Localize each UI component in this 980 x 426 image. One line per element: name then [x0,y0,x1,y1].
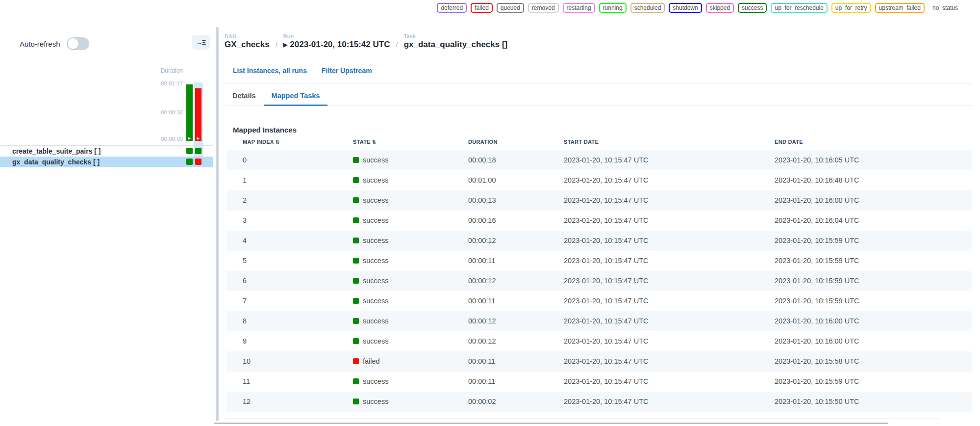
task-instance-cell-success[interactable] [186,159,193,165]
mapped-instance-row[interactable]: 10failed00:00:112023-01-20, 10:15:47 UTC… [226,351,972,372]
status-legend-bar: deferredfailedqueuedremovedrestartingrun… [0,0,980,16]
run-bar-failed[interactable]: ▶ [195,88,201,141]
cell-start-date: 2023-01-20, 10:15:47 UTC [564,211,649,231]
cell-state: success [353,392,388,412]
task-label: gx_data_quality_checks [ ] [12,157,100,167]
run-link[interactable]: ▶2023-01-20, 10:15:42 UTC [283,40,390,50]
mapped-instance-row[interactable]: 9success00:00:122023-01-20, 10:15:47 UTC… [226,331,972,351]
state-square-success [353,217,359,223]
action-links: List Instances, all runs Filter Upstream [233,67,372,75]
mapped-instance-row[interactable]: 0success00:00:182023-01-20, 10:15:47 UTC… [226,150,972,170]
legend-badge-up_for_retry: up_for_retry [831,3,871,13]
cell-duration: 00:00:11 [468,372,495,392]
state-square-success [353,157,359,163]
cell-duration: 00:00:12 [468,271,496,291]
cell-duration: 00:00:18 [468,150,496,170]
task-instance-cell-failed[interactable] [195,159,201,165]
cell-state: success [353,211,388,231]
breadcrumb-task: Task gx_data_quality_checks [] [404,33,508,50]
cell-state: success [353,170,388,190]
cell-start-date: 2023-01-20, 10:15:47 UTC [564,150,649,170]
cell-end-date: 2023-01-20, 10:15:59 UTC [775,231,859,251]
airflow-grid-view: { "colors": { "accent_blue": "#2270b5", … [0,0,980,426]
duration-tick: 00:01:17 [161,80,183,86]
mapped-instance-row[interactable]: 4success00:00:122023-01-20, 10:15:47 UTC… [226,231,972,251]
cell-duration: 00:00:16 [468,211,496,231]
cell-start-date: 2023-01-20, 10:15:47 UTC [564,271,649,291]
breadcrumb-dag: DAG GX_checks [225,33,270,50]
cell-map-index: 9 [243,331,247,351]
cell-map-index: 3 [243,211,247,231]
auto-refresh-toggle[interactable] [67,37,89,50]
status-legend: deferredfailedqueuedremovedrestartingrun… [437,3,962,13]
panel-resize-handle[interactable] [216,27,219,421]
run-bar-success[interactable]: ▶ [186,84,193,141]
task-name-link[interactable]: gx_data_quality_checks [] [404,40,508,50]
cell-state: success [353,291,388,311]
cell-map-index: 0 [243,150,247,170]
mapped-instances-title: Mapped Instances [233,126,297,134]
state-label: success [363,398,388,405]
duration-tick: 00:00:38 [161,109,183,115]
tabs: DetailsMapped Tasks [225,86,973,106]
state-label: success [363,317,388,325]
cell-map-index: 6 [243,271,247,291]
toggle-details-panel-button[interactable]: →Ξ [192,35,210,50]
mapped-instance-row[interactable]: 11success00:00:112023-01-20, 10:15:47 UT… [226,372,972,392]
cell-end-date: 2023-01-20, 10:16:05 UTC [775,150,859,170]
cell-duration: 00:00:11 [468,351,495,372]
tab-mapped-tasks[interactable]: Mapped Tasks [264,86,328,106]
cell-end-date: 2023-01-20, 10:15:58 UTC [775,351,859,372]
mapped-instance-row[interactable]: 6success00:00:122023-01-20, 10:15:47 UTC… [226,271,972,291]
dag-name-link[interactable]: GX_checks [225,40,270,50]
cell-duration: 00:00:13 [468,190,496,211]
state-square-success [353,177,359,183]
task-label: Task [404,33,508,39]
column-header-duration: Duration [468,139,498,145]
cell-start-date: 2023-01-20, 10:15:47 UTC [564,231,649,251]
legend-badge-shutdown: shutdown [669,3,702,13]
task-row[interactable]: create_table_suite_pairs [ ] [0,146,213,157]
mapped-instance-row[interactable]: 1success00:01:002023-01-20, 10:15:47 UTC… [226,170,972,190]
filter-upstream-link[interactable]: Filter Upstream [322,67,372,75]
mapped-instance-row[interactable]: 2success00:00:132023-01-20, 10:15:47 UTC… [226,190,972,211]
state-square-success [353,278,359,284]
cell-start-date: 2023-01-20, 10:15:47 UTC [564,331,649,351]
state-label: success [363,377,388,385]
cell-state: success [353,150,388,170]
state-square-success [353,318,359,324]
cell-end-date: 2023-01-20, 10:16:04 UTC [775,211,859,231]
cell-map-index: 10 [243,351,251,372]
task-instance-cell-success[interactable] [195,148,201,154]
mapped-instance-row[interactable]: 3success00:00:162023-01-20, 10:15:47 UTC… [226,211,972,231]
run-value: 2023-01-20, 10:15:42 UTC [290,40,390,49]
state-label: failed [363,357,380,365]
cell-duration: 00:01:00 [468,170,496,190]
legend-badge-restarting: restarting [563,3,595,13]
mapped-instance-row[interactable]: 5success00:00:112023-01-20, 10:15:47 UTC… [226,251,972,271]
cell-state: success [353,331,388,351]
tab-details[interactable]: Details [225,86,264,106]
state-square-success [353,298,359,304]
column-header-map-index[interactable]: Map Index⇅ [243,139,279,145]
cell-state: success [353,231,388,251]
cell-state: failed [353,351,380,372]
mapped-instance-row[interactable]: 7success00:00:112023-01-20, 10:15:47 UTC… [226,291,972,311]
column-header-state[interactable]: State⇅ [353,139,377,145]
breadcrumb: DAG GX_checks / Run ▶2023-01-20, 10:15:4… [225,33,507,50]
duration-tick: 00:00:00 [161,136,183,142]
list-instances-link[interactable]: List Instances, all runs [233,67,307,75]
cell-end-date: 2023-01-20, 10:15:59 UTC [775,251,859,271]
cell-duration: 00:00:12 [468,311,496,331]
cell-start-date: 2023-01-20, 10:15:47 UTC [564,170,649,190]
mapped-instance-row[interactable]: 12success00:00:022023-01-20, 10:15:47 UT… [226,392,972,412]
mapped-instance-row[interactable]: 8success00:00:122023-01-20, 10:15:47 UTC… [226,311,972,331]
cell-map-index: 11 [243,372,250,392]
legend-badge-failed: failed [471,3,493,13]
task-instance-cell-success[interactable] [186,148,193,154]
task-row[interactable]: gx_data_quality_checks [ ] [0,157,213,167]
cell-state: success [353,271,388,291]
state-label: success [363,257,388,265]
task-list: create_table_suite_pairs [ ]gx_data_qual… [0,145,213,167]
cell-map-index: 4 [243,231,247,251]
